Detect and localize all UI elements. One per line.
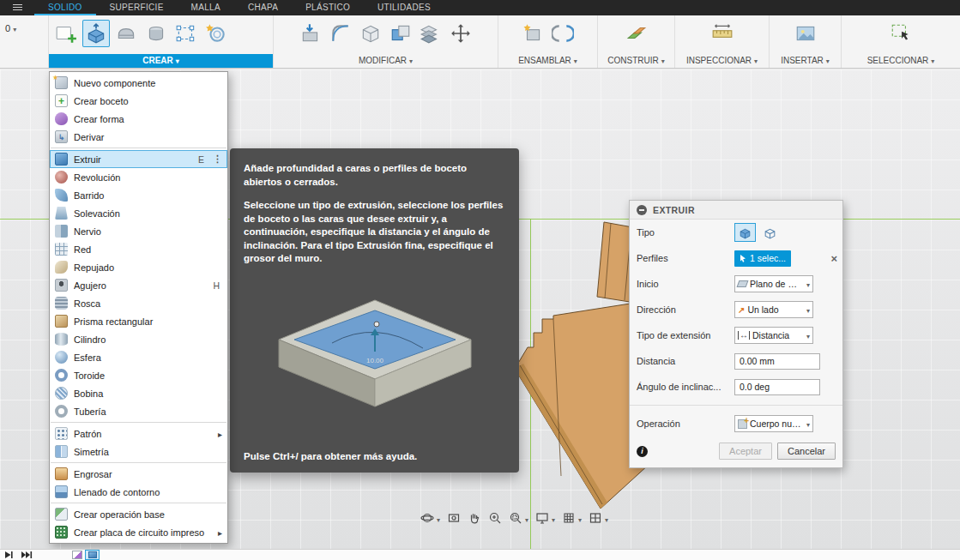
operation-select[interactable]: Cuerpo nue... [734,415,813,432]
extent-type-select[interactable]: Distancia [734,327,813,344]
tab-malla[interactable]: MALLA [178,0,234,15]
tab-chapa[interactable]: CHAPA [234,0,292,15]
clear-selection-icon[interactable] [830,253,837,264]
menu-item-rosca[interactable]: Rosca [50,294,227,312]
menu-item-esfera[interactable]: Esfera [50,348,227,366]
select-button[interactable] [887,20,915,47]
collapse-icon[interactable] [637,205,647,215]
display-settings-button[interactable] [533,509,558,527]
chevron-down-icon [173,56,179,65]
menu-item-bobina[interactable]: Bobina [50,384,227,402]
fit-button[interactable] [506,509,531,527]
menu-item-nuevo-componente[interactable]: Nuevo componente [50,74,227,92]
create-sketch-button[interactable] [52,20,80,47]
menu-item-engrosar[interactable]: Engrosar [50,465,227,483]
extrude-solid-toggle[interactable] [734,223,756,242]
measure-button[interactable] [709,20,736,47]
tab-utilidades[interactable]: UTILIDADES [364,0,444,15]
accept-button[interactable]: Aceptar [719,443,772,460]
cursor-icon [740,254,746,262]
coil-pattern-button[interactable] [202,20,230,47]
grid-snap-button[interactable] [559,509,584,527]
revolve-button[interactable] [142,20,170,47]
shell-button[interactable] [357,20,384,47]
menu-item-toroide[interactable]: Toroide [50,366,227,384]
timeline-sketch-feature[interactable] [72,551,82,559]
ribbon-label-insertar[interactable]: INSERTAR [770,54,841,68]
pan-button[interactable] [465,509,484,527]
ribbon-group-crear: CREAR [49,15,274,68]
menu-item-revolucion[interactable]: Revolución [50,168,227,186]
joint-button[interactable] [549,20,577,47]
look-at-button[interactable] [444,509,463,527]
press-pull-button[interactable] [297,20,324,47]
taper-angle-input[interactable]: 0.0 deg [734,379,820,395]
ribbon-label-modificar[interactable]: MODIFICAR [274,54,498,68]
tab-plastico[interactable]: PLÁSTICO [292,0,364,15]
cancel-button[interactable]: Cancelar [777,443,836,460]
combine-button[interactable] [387,20,414,47]
menu-item-crear-boceto[interactable]: Crear boceto [50,92,227,110]
menu-item-patron[interactable]: Patrón [50,425,227,443]
start-select[interactable]: Plano de pe... [734,275,813,292]
menu-item-prisma-rectangular[interactable]: Prisma rectangular [50,312,227,330]
timeline-play-button[interactable] [0,550,17,560]
ribbon-label-crear[interactable]: CREAR [49,54,273,68]
insert-image-button[interactable] [792,20,819,47]
left-dropdown[interactable]: 0 [5,23,16,33]
construction-plane-button[interactable] [623,20,650,47]
chevron-down-icon [571,56,577,65]
menu-item-extruir[interactable]: ExtruirE [50,150,227,168]
menu-item-agujero[interactable]: AgujeroH [50,276,227,294]
ribbon-label-construir[interactable]: CONSTRUIR [598,54,674,68]
ribbon-label-seleccionar[interactable]: SELECCIONAR [842,54,960,68]
view-navigation-bar [418,509,611,527]
menu-item-derivar[interactable]: Derivar [50,128,227,146]
create-form-button[interactable] [112,20,140,47]
menu-item-barrido[interactable]: Barrido [50,186,227,204]
pcb-icon [55,526,68,539]
menu-item-nervio[interactable]: Nervio [50,222,227,240]
file-menu-icon[interactable] [0,0,34,15]
menu-separator [51,462,226,463]
menu-item-tuberia[interactable]: Tubería [50,402,227,420]
menu-item-repujado[interactable]: Repujado [50,258,227,276]
menu-item-solevacion[interactable]: Solevación [50,204,227,222]
info-icon[interactable] [637,446,648,457]
more-options-icon[interactable] [213,154,222,165]
primitive-box-button[interactable] [172,20,200,47]
menu-item-crear-operacion-base[interactable]: Crear operación base [50,505,227,523]
fillet-button[interactable] [327,20,354,47]
base-feature-icon [55,508,68,521]
row-perfiles: Perfiles 1 selec... [630,245,842,271]
fusion-window: SOLIDO SUPERFICIE MALLA CHAPA PLÁSTICO U… [0,0,960,560]
tab-solido[interactable]: SOLIDO [34,0,96,15]
profiles-selected-chip[interactable]: 1 selec... [734,250,791,267]
menu-item-red[interactable]: Red [50,240,227,258]
ribbon-toolbar: 0 CREAR MODIFICAR [0,15,960,69]
move-button[interactable] [447,20,474,47]
row-distancia: Distancia 0.00 mm [630,348,842,374]
menu-item-cilindro[interactable]: Cilindro [50,330,227,348]
direction-select[interactable]: Un lado [734,301,813,318]
ribbon-label-ensamblar[interactable]: ENSAMBLAR [498,54,597,68]
extrude-button[interactable] [82,20,110,47]
timeline-skip-end-button[interactable] [17,550,36,560]
new-component-button[interactable] [519,20,546,47]
menu-item-llenado-de-contorno[interactable]: Llenado de contorno [50,483,227,501]
distance-input[interactable]: 0.00 mm [734,353,820,370]
menu-item-crear-placa-circuito[interactable]: Crear placa de circuito impreso [50,523,227,541]
zoom-button[interactable] [486,509,504,527]
dialog-header[interactable]: EXTRUIR [630,201,842,220]
timeline-extrude-feature[interactable] [85,550,100,560]
offset-face-button[interactable] [417,20,444,47]
chevron-down-icon [10,23,16,33]
thicken-icon [55,467,68,480]
viewports-button[interactable] [586,509,611,527]
menu-item-simetria[interactable]: Simetría [50,443,227,461]
tab-superficie[interactable]: SUPERFICIE [96,0,178,15]
extrude-thin-toggle[interactable] [759,223,781,242]
menu-item-crear-forma[interactable]: Crear forma [50,110,227,128]
ribbon-label-inspeccionar[interactable]: INSPECCIONAR [675,54,769,68]
orbit-button[interactable] [418,509,443,527]
